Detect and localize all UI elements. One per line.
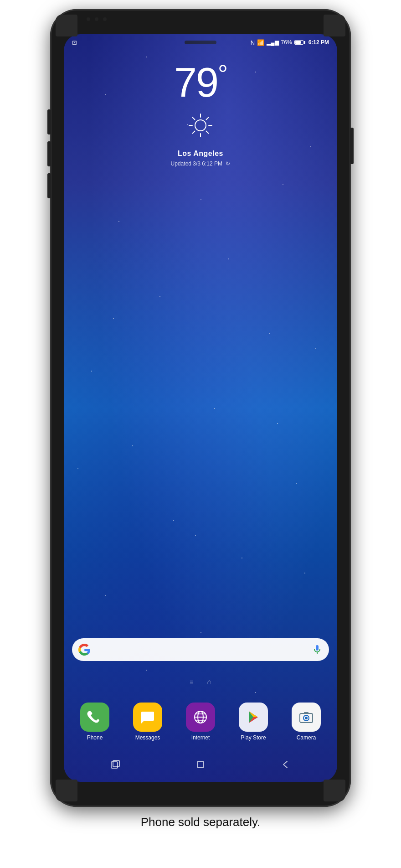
status-left: ⊡ (72, 39, 77, 46)
battery-percent: 76% (281, 39, 292, 46)
screen-capture-icon: ⊡ (72, 39, 77, 46)
internet-app-label: Internet (191, 734, 210, 741)
svg-line-5 (193, 118, 195, 120)
sensor-dot-3 (103, 17, 107, 21)
back-nav-button[interactable] (277, 755, 295, 774)
recents-nav-button[interactable] (106, 755, 124, 774)
bumper-top-right (324, 15, 345, 36)
phone-screen: ⊡ N 📶 ▂▄▆ 76% 6:12 PM 79° (64, 34, 337, 782)
temp-value: 79 (174, 60, 218, 105)
svg-point-20 (305, 717, 308, 719)
app-item-playstore[interactable]: Play Store (231, 703, 276, 741)
status-bar: ⊡ N 📶 ▂▄▆ 76% 6:12 PM (64, 34, 337, 51)
bumper-bottom-right (324, 780, 345, 801)
degree-symbol: ° (218, 60, 227, 88)
sensor-dot-1 (87, 17, 90, 21)
camera-app-icon[interactable] (292, 703, 321, 732)
playstore-app-icon[interactable] (239, 703, 268, 732)
home-indicator: ⌂ (207, 678, 211, 686)
power-button[interactable] (350, 128, 354, 164)
messages-app-icon[interactable] (133, 703, 162, 732)
time-display: 6:12 PM (308, 39, 329, 46)
phone-container: ⊡ N 📶 ▂▄▆ 76% 6:12 PM 79° (50, 9, 351, 807)
svg-point-0 (195, 120, 206, 131)
weather-section: 79° Los Angeles Updat (64, 62, 337, 167)
signal-icon: ▂▄▆ (267, 39, 279, 46)
refresh-icon[interactable]: ↻ (226, 160, 230, 167)
svg-line-7 (206, 118, 209, 120)
bumper-bottom-left (56, 780, 77, 801)
internet-app-icon[interactable] (186, 703, 215, 732)
microphone-icon[interactable] (312, 644, 323, 655)
search-input[interactable] (95, 638, 312, 661)
weather-icon (187, 112, 214, 142)
search-bar[interactable] (72, 638, 329, 661)
svg-rect-21 (304, 712, 308, 714)
battery-icon (294, 40, 305, 45)
home-nav-button[interactable] (191, 755, 210, 774)
app-dock: Phone Messages (64, 703, 337, 741)
updated-text-content: Updated 3/3 6:12 PM (171, 160, 222, 167)
sensor-dot-2 (95, 17, 98, 21)
svg-line-8 (193, 131, 195, 134)
phone-app-label: Phone (87, 734, 103, 741)
app-item-internet[interactable]: Internet (178, 703, 223, 741)
messages-app-label: Messages (135, 734, 160, 741)
nfc-icon: N (251, 39, 255, 46)
wifi-icon: 📶 (257, 39, 264, 46)
app-item-phone[interactable]: Phone (72, 703, 118, 741)
city-label: Los Angeles (178, 150, 223, 158)
camera-app-label: Camera (297, 734, 316, 741)
nav-indicators: ≡ ⌂ (64, 678, 337, 686)
bottom-navigation (64, 755, 337, 774)
playstore-app-label: Play Store (241, 734, 266, 741)
volume-down-button[interactable] (47, 141, 51, 166)
temperature-display: 79° (174, 62, 227, 103)
disclaimer-text: Phone sold separately. (141, 815, 261, 829)
updated-time: Updated 3/3 6:12 PM ↻ (171, 160, 231, 167)
volume-up-button[interactable] (47, 109, 51, 134)
app-item-camera[interactable]: Camera (283, 703, 329, 741)
svg-line-6 (206, 131, 209, 134)
left-sensors (87, 17, 107, 21)
bixby-button[interactable] (47, 173, 51, 198)
google-logo-icon (78, 644, 90, 656)
app-item-messages[interactable]: Messages (125, 703, 170, 741)
svg-rect-24 (197, 761, 204, 768)
status-right: N 📶 ▂▄▆ 76% 6:12 PM (251, 39, 329, 46)
phone-app-icon[interactable] (80, 703, 109, 732)
bumper-top-left (56, 15, 77, 36)
recents-indicator: ≡ (190, 678, 193, 686)
